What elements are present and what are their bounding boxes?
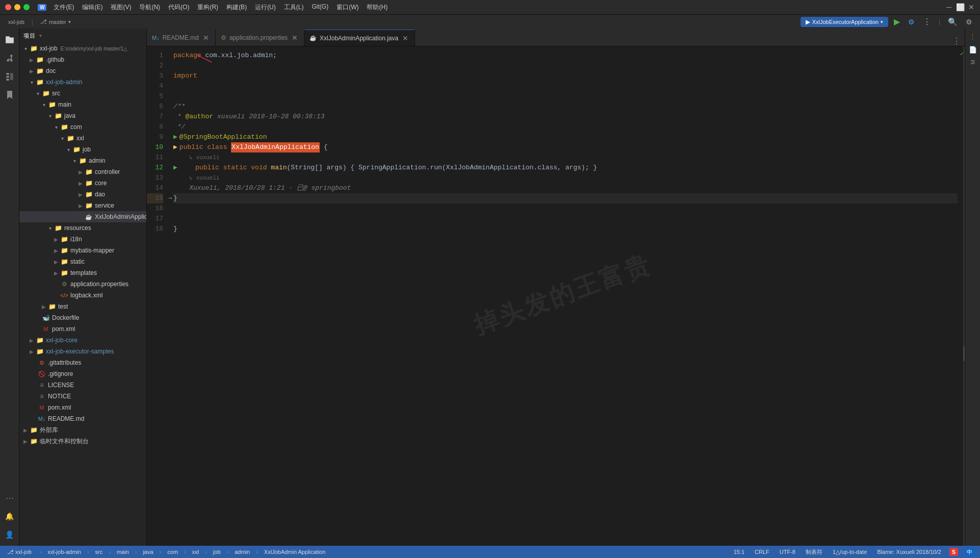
scrollbar-thumb[interactable] bbox=[963, 346, 965, 361]
tree-node-test[interactable]: ▶ 📁 test bbox=[19, 301, 146, 312]
tree-node-XxlJobAdminApplication[interactable]: ▶ ☕ XxlJobAdminApplication bbox=[19, 211, 146, 222]
menu-build[interactable]: 构建(B) bbox=[223, 2, 250, 13]
menu-file[interactable]: 文件(E) bbox=[50, 2, 77, 13]
tree-node-static[interactable]: ▶ 📁 static bbox=[19, 256, 146, 267]
minimize-button[interactable] bbox=[14, 4, 20, 10]
status-encoding[interactable]: UTF-8 bbox=[778, 549, 797, 555]
tree-node-readme[interactable]: ▶ M↓ README.md bbox=[19, 413, 146, 424]
tab-XxlJobAdminApplication[interactable]: ☕ XxlJobAdminApplication.java ✕ bbox=[304, 30, 415, 46]
tree-node-dao[interactable]: ▶ 📁 dao bbox=[19, 189, 146, 200]
menu-edit[interactable]: 编辑(E) bbox=[79, 2, 106, 13]
structure-icon[interactable] bbox=[3, 69, 17, 84]
maximize-button[interactable] bbox=[23, 4, 30, 10]
git-icon[interactable] bbox=[3, 51, 17, 65]
tree-node-templates[interactable]: ▶ 📁 templates bbox=[19, 267, 146, 278]
right-panel-top-icon[interactable]: ⋮ bbox=[967, 31, 978, 42]
run-config-button[interactable]: ▶ XxlJobExecutorApplication ▾ bbox=[801, 17, 888, 27]
branch-tag[interactable]: ⎇ master ▾ bbox=[37, 17, 74, 26]
search-everywhere-button[interactable]: 🔍 bbox=[945, 16, 960, 28]
tree-node-i18n[interactable]: ▶ 📁 i18n bbox=[19, 234, 146, 245]
tree-node-root[interactable]: ▾ 📁 xxl-job E:\code\my\xxl-job master/1△ bbox=[19, 43, 146, 54]
settings-button[interactable]: ⚙ bbox=[963, 16, 975, 28]
menu-navigate[interactable]: 导航(N) bbox=[136, 2, 163, 13]
tree-node-service[interactable]: ▶ 📁 service bbox=[19, 200, 146, 211]
tree-node-dockerfile[interactable]: ▶ 🐋 Dockerfile bbox=[19, 312, 146, 323]
menu-tools[interactable]: 工具(L) bbox=[281, 2, 307, 13]
menu-refactor[interactable]: 重构(R) bbox=[194, 2, 221, 13]
file-tree-header[interactable]: 项目 ▾ bbox=[19, 29, 146, 43]
status-indent[interactable]: 制表符 bbox=[804, 548, 824, 556]
node-label: Dockerfile bbox=[52, 314, 79, 321]
status-position[interactable]: 15:1 bbox=[732, 549, 746, 555]
debug-button[interactable]: ⚙ bbox=[906, 16, 917, 28]
tab-close-icon[interactable]: ✕ bbox=[291, 34, 299, 42]
close-icon[interactable]: ✕ bbox=[968, 4, 975, 11]
menu-window[interactable]: 窗口(W) bbox=[333, 2, 362, 13]
tab-icon-md: M↓ bbox=[152, 35, 160, 41]
status-line-ending[interactable]: CRLF bbox=[753, 549, 771, 555]
bookmark-icon[interactable] bbox=[3, 88, 17, 102]
tree-node-xxl-job-admin[interactable]: ▾ 📁 xxl-job-admin bbox=[19, 77, 146, 88]
tab-label: XxlJobAdminApplication.java bbox=[320, 35, 398, 42]
menu-help[interactable]: 帮助(H) bbox=[364, 2, 391, 13]
tree-node-resources[interactable]: ▾ 📁 resources bbox=[19, 222, 146, 234]
tree-node-controller[interactable]: ▶ 📁 controller bbox=[19, 166, 146, 177]
tree-node-pom-admin[interactable]: ▶ M pom.xml bbox=[19, 323, 146, 335]
notifications-icon[interactable]: 🔔 bbox=[3, 509, 17, 523]
tree-node-xxl-job-core[interactable]: ▶ 📁 xxl-job-core bbox=[19, 335, 146, 346]
more-tools-icon[interactable]: ⋯ bbox=[3, 491, 17, 505]
tree-node-scratch[interactable]: ▶ 📁 临时文件和控制台 bbox=[19, 436, 146, 447]
tree-node-mybatis-mapper[interactable]: ▶ 📁 mybatis-mapper bbox=[19, 245, 146, 256]
tree-node-app-props[interactable]: ▶ ⚙ application.properties bbox=[19, 278, 146, 290]
code-content[interactable]: 掉头发的王富贵 package com.xxl.job.admin; impor… bbox=[168, 46, 958, 546]
tree-node-xxl-job-executor-samples[interactable]: ▶ 📁 xxl-job-executor-samples bbox=[19, 346, 146, 357]
tab-close-icon[interactable]: ✕ bbox=[202, 34, 210, 42]
tree-node-com[interactable]: ▾ 📁 com bbox=[19, 121, 146, 133]
tree-node-doc[interactable]: ▶ 📁 doc bbox=[19, 65, 146, 77]
close-button[interactable] bbox=[5, 4, 11, 10]
node-label: admin bbox=[89, 157, 106, 164]
status-git-info[interactable]: 1△/up-to-date bbox=[831, 549, 869, 555]
tree-node-core[interactable]: ▶ 📁 core bbox=[19, 177, 146, 189]
project-tag[interactable]: xxl-job bbox=[5, 18, 28, 26]
restore-icon[interactable]: ⬜ bbox=[957, 4, 964, 11]
explorer-icon[interactable] bbox=[3, 33, 17, 47]
menu-git[interactable]: Git(G) bbox=[308, 2, 331, 13]
tree-node-job[interactable]: ▾ 📁 job bbox=[19, 144, 146, 155]
minimize-icon[interactable]: ─ bbox=[945, 4, 952, 11]
tree-node-notice[interactable]: ▶ ≡ NOTICE bbox=[19, 391, 146, 402]
tree-node-logback[interactable]: ▶ </> logback.xml bbox=[19, 290, 146, 301]
run-button[interactable]: ▶ bbox=[891, 15, 902, 28]
tree-node-gitignore[interactable]: ▶ 🚫 .gitignore bbox=[19, 368, 146, 379]
more-run-options[interactable]: ⋮ bbox=[920, 15, 934, 28]
module-folder-icon: 📁 bbox=[36, 78, 44, 86]
tab-close-icon[interactable]: ✕ bbox=[401, 34, 409, 42]
right-panel-file-icon[interactable]: 📄 bbox=[967, 44, 978, 55]
status-blame[interactable]: Blame: Xuxueli 2018/10/2 bbox=[875, 549, 943, 555]
app-logo: W bbox=[38, 4, 46, 11]
account-icon[interactable]: 👤 bbox=[3, 527, 17, 542]
tree-node-pom-root[interactable]: ▶ M pom.xml bbox=[19, 402, 146, 413]
tree-node-main[interactable]: ▾ 📁 main bbox=[19, 99, 146, 110]
tree-node-java[interactable]: ▾ 📁 java bbox=[19, 110, 146, 121]
tree-node-gitattributes[interactable]: ▶ ⚙ .gitattributes bbox=[19, 357, 146, 368]
tree-node-xxl[interactable]: ▾ 📁 xxl bbox=[19, 133, 146, 144]
tab-more-button[interactable]: ⋮ bbox=[948, 36, 965, 46]
arrow-icon: ▶ bbox=[76, 190, 85, 198]
menu-view[interactable]: 视图(V) bbox=[108, 2, 134, 13]
tree-node-admin[interactable]: ▾ 📁 admin bbox=[19, 155, 146, 166]
tree-node-src[interactable]: ▾ 📁 src bbox=[19, 88, 146, 99]
status-git-branch[interactable]: ⎇ xxl-job bbox=[5, 549, 34, 555]
tree-node-github[interactable]: ▶ 📁 .github bbox=[19, 54, 146, 65]
status-path1: xxl-job-admin bbox=[47, 549, 81, 555]
tree-node-external-libs[interactable]: ▶ 📁 外部库 bbox=[19, 424, 146, 436]
git-file-icon: ⚙ bbox=[38, 359, 46, 367]
menu-run[interactable]: 运行(U) bbox=[252, 2, 279, 13]
menu-code[interactable]: 代码(O) bbox=[165, 2, 192, 13]
tree-node-license[interactable]: ▶ ≡ LICENSE bbox=[19, 379, 146, 391]
tab-app-props[interactable]: ⚙ application.properties ✕ bbox=[216, 30, 304, 46]
node-label: xxl-job-admin bbox=[46, 79, 82, 86]
node-label: doc bbox=[46, 67, 56, 74]
tab-readme[interactable]: M↓ README.md ✕ bbox=[147, 30, 216, 46]
code-editor[interactable]: 1 2 3 4 5 6 7 8 9 10 11 12 13 14 15 16 1… bbox=[147, 46, 965, 546]
